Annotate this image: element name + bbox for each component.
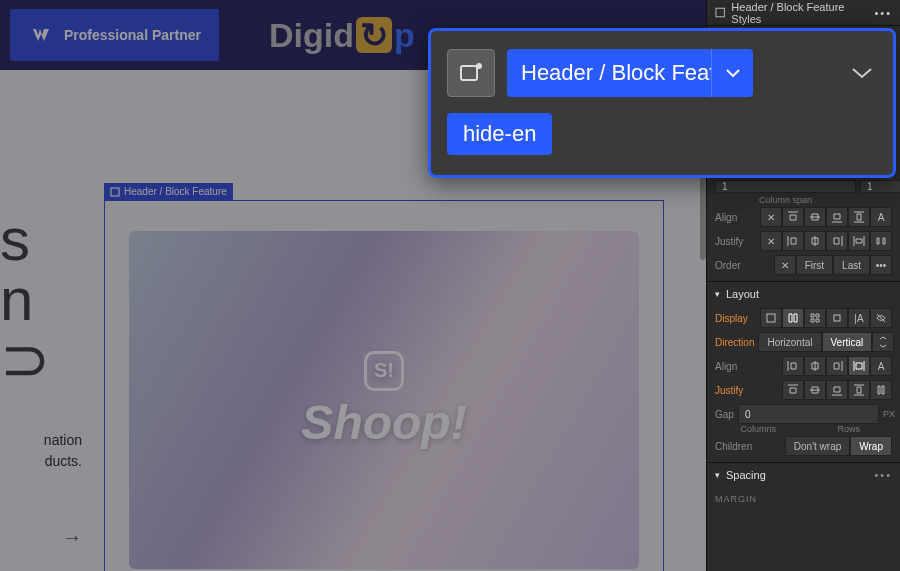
- align-stretch-button[interactable]: [848, 207, 870, 227]
- flex-justify-center-button[interactable]: [804, 380, 826, 400]
- flex-align-center-button[interactable]: [804, 356, 826, 376]
- direction-horizontal-button[interactable]: Horizontal: [758, 332, 821, 352]
- flex-align-start-button[interactable]: [782, 356, 804, 376]
- spacing-more-icon[interactable]: •••: [874, 469, 892, 481]
- class-selector-name: Header / Block Featu: [507, 60, 711, 86]
- justify-stretch-button[interactable]: [848, 231, 870, 251]
- flex-justify-end-button[interactable]: [826, 380, 848, 400]
- cropped-paragraph: nation ducts. →: [0, 430, 90, 552]
- flex-align-end-button[interactable]: [826, 356, 848, 376]
- grid-justify-row: Justify ✕: [707, 229, 900, 253]
- div-block-icon: [715, 7, 725, 18]
- justify-start-button[interactable]: [782, 231, 804, 251]
- feature-image: S! Shoop!: [129, 231, 639, 569]
- display-grid-button[interactable]: [804, 308, 826, 328]
- direction-reverse-button[interactable]: [872, 332, 894, 352]
- gap-label: Gap: [715, 409, 734, 420]
- webflow-logo-icon: [28, 23, 52, 47]
- children-nowrap-button[interactable]: Don't wrap: [785, 436, 851, 456]
- display-label: Display: [715, 313, 756, 324]
- display-inline-button[interactable]: |A: [848, 308, 870, 328]
- element-tag-label: Header / Block Feature: [124, 186, 227, 197]
- paragraph-line: nation: [0, 430, 82, 451]
- order-row: Order ✕ First Last •••: [707, 253, 900, 277]
- shoop-logo: S! Shoop!: [301, 351, 466, 450]
- brand-logo: Digid↻p: [269, 16, 415, 55]
- chevron-down-icon: ▾: [715, 470, 720, 480]
- children-row: Children Don't wrap Wrap: [707, 434, 900, 458]
- flex-justify-around-button[interactable]: [870, 380, 892, 400]
- column-span-input[interactable]: [715, 180, 856, 193]
- style-panel-header: Header / Block Feature Styles •••: [707, 0, 900, 26]
- gap-columns-label: Columns: [740, 424, 776, 434]
- justify-end-button[interactable]: [826, 231, 848, 251]
- flex-justify-between-button[interactable]: [848, 380, 870, 400]
- order-reset-button[interactable]: ✕: [774, 255, 796, 275]
- svg-rect-4: [461, 66, 477, 80]
- justify-label: Justify: [715, 236, 756, 247]
- div-block-icon: [110, 187, 120, 197]
- element-selection-tag[interactable]: Header / Block Feature: [104, 183, 233, 200]
- display-inline-block-button[interactable]: [826, 308, 848, 328]
- justify-between-button[interactable]: [870, 231, 892, 251]
- display-block-button[interactable]: [760, 308, 782, 328]
- row-span-input[interactable]: [860, 180, 900, 193]
- arrow-right-icon[interactable]: →: [0, 522, 82, 552]
- align-start-button[interactable]: [782, 207, 804, 227]
- class-selector-dropdown[interactable]: Header / Block Featu: [507, 49, 753, 97]
- svg-rect-0: [111, 188, 119, 196]
- display-none-button[interactable]: [870, 308, 892, 328]
- column-span-label: Column span: [759, 195, 812, 205]
- flex-align-label: Align: [715, 361, 759, 372]
- children-wrap-button[interactable]: Wrap: [850, 436, 892, 456]
- flex-align-baseline-button[interactable]: A: [870, 356, 892, 376]
- paragraph-line: ducts.: [0, 451, 82, 472]
- flex-justify-start-button[interactable]: [782, 380, 804, 400]
- direction-row: Direction Horizontal Vertical: [707, 330, 900, 354]
- display-flex-button[interactable]: [782, 308, 804, 328]
- margin-label: MARGIN: [715, 494, 757, 504]
- flex-align-stretch-button[interactable]: [848, 356, 870, 376]
- shoop-bag-icon: S!: [364, 351, 404, 391]
- layout-section-header[interactable]: ▾ Layout: [707, 281, 900, 306]
- order-more-button[interactable]: •••: [870, 255, 892, 275]
- align-end-button[interactable]: [826, 207, 848, 227]
- style-panel-title: Header / Block Feature Styles: [731, 1, 868, 25]
- align-baseline-button[interactable]: A: [870, 207, 892, 227]
- spacing-section-title: Spacing: [726, 469, 766, 481]
- partner-label: Professional Partner: [64, 27, 201, 43]
- brand-text-part2: p: [394, 16, 415, 55]
- svg-rect-3: [834, 315, 840, 321]
- brand-icon: ↻: [356, 17, 392, 53]
- shoop-label: Shoop!: [301, 395, 466, 450]
- gap-column-input[interactable]: [738, 404, 879, 424]
- combo-class-chip-hide-en[interactable]: hide-en: [447, 113, 552, 155]
- gap-unit[interactable]: PX: [883, 409, 895, 419]
- display-row: Display |A: [707, 306, 900, 330]
- panel-more-icon[interactable]: •••: [874, 7, 892, 19]
- order-first-button[interactable]: First: [796, 255, 833, 275]
- direction-label: Direction: [715, 337, 754, 348]
- svg-point-5: [476, 63, 482, 69]
- selector-element-icon[interactable]: [447, 49, 495, 97]
- flex-align-row: Align A: [707, 354, 900, 378]
- align-center-button[interactable]: [804, 207, 826, 227]
- justify-reset-button[interactable]: ✕: [760, 231, 782, 251]
- align-reset-button[interactable]: ✕: [760, 207, 782, 227]
- states-dropdown-chevron-icon[interactable]: [847, 66, 877, 80]
- align-label: Align: [715, 212, 756, 223]
- grid-align-row: Align ✕ A: [707, 205, 900, 229]
- class-selector-popout: Header / Block Featu hide-en: [428, 28, 896, 178]
- selected-element-header-block-feature[interactable]: Header / Block Feature S! Shoop!: [104, 200, 664, 571]
- direction-vertical-button[interactable]: Vertical: [822, 332, 873, 352]
- svg-rect-1: [716, 8, 724, 16]
- brand-text-part1: Digid: [269, 16, 354, 55]
- justify-center-button[interactable]: [804, 231, 826, 251]
- flex-justify-label: Justify: [715, 385, 759, 396]
- class-selector-chevron-icon[interactable]: [711, 49, 753, 97]
- chevron-down-icon: ▾: [715, 289, 720, 299]
- children-label: Children: [715, 441, 759, 452]
- flex-justify-row: Justify: [707, 378, 900, 402]
- spacing-section-header[interactable]: ▾ Spacing •••: [707, 462, 900, 487]
- order-last-button[interactable]: Last: [833, 255, 870, 275]
